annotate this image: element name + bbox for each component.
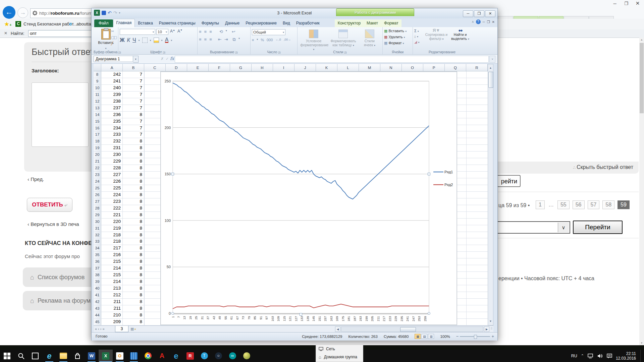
- ribbon-tab-формат[interactable]: Формат: [381, 19, 401, 27]
- show-desktop-button[interactable]: [640, 350, 642, 362]
- cell-a[interactable]: 225: [101, 185, 123, 191]
- zoom-in-icon[interactable]: +: [491, 334, 494, 339]
- row-header[interactable]: 45: [94, 319, 101, 325]
- ribbon-tab-главная[interactable]: Главная: [113, 19, 135, 27]
- taskbar-button-file-explorer[interactable]: [56, 350, 70, 362]
- row-header[interactable]: 20: [94, 152, 101, 158]
- hidden-icons-chevron[interactable]: ⌃: [581, 354, 584, 358]
- go-button[interactable]: Перейти: [573, 221, 623, 234]
- horizontal-scrollbar-thumb[interactable]: [400, 327, 416, 332]
- help-icon[interactable]: ?: [476, 19, 481, 24]
- cell-b[interactable]: 8: [123, 212, 144, 218]
- horizontal-scrollbar[interactable]: [341, 326, 483, 332]
- cell-a[interactable]: 216: [101, 252, 123, 258]
- borders-icon[interactable]: [142, 38, 148, 43]
- taskbar-button-internet-explorer[interactable]: e: [42, 350, 56, 362]
- browser-minimize-button[interactable]: ─: [609, 0, 621, 7]
- cell-a[interactable]: 234: [101, 125, 123, 131]
- fx-icon[interactable]: fx: [170, 56, 174, 61]
- cell-b[interactable]: 7: [123, 131, 144, 138]
- cell-a[interactable]: 215: [101, 272, 123, 278]
- go-button-partial[interactable]: рейти: [494, 175, 521, 187]
- row-header[interactable]: 35: [94, 252, 101, 258]
- cell-b[interactable]: 8: [123, 185, 144, 191]
- hscroll-left-icon[interactable]: ◀: [335, 326, 340, 332]
- column-header-D[interactable]: D: [166, 64, 187, 71]
- page-number[interactable]: 57: [588, 200, 600, 209]
- cell-b[interactable]: 8: [123, 172, 144, 178]
- tab-split-handle[interactable]: ⁞⁞: [491, 327, 492, 330]
- cell-b[interactable]: 8: [123, 312, 144, 318]
- page-number[interactable]: 55: [557, 200, 570, 209]
- formula-input[interactable]: [175, 56, 489, 63]
- cell-a[interactable]: 228: [101, 165, 123, 171]
- cell-b[interactable]: 8: [123, 225, 144, 232]
- subject-textarea[interactable]: [32, 82, 89, 147]
- page-layout-view-icon[interactable]: ▤: [421, 334, 427, 339]
- row-header[interactable]: 26: [94, 192, 101, 198]
- ribbon-tab-рецензирование[interactable]: Рецензирование: [243, 19, 280, 27]
- orientation-icon[interactable]: ⟲: [219, 29, 223, 34]
- increase-indent-icon[interactable]: ⇥: [224, 37, 228, 42]
- hscroll-right-icon[interactable]: ▶: [484, 326, 489, 332]
- row-header[interactable]: 31: [94, 225, 101, 232]
- cell-a[interactable]: 230: [101, 152, 123, 158]
- scroll-up-icon[interactable]: ▲: [488, 65, 493, 71]
- column-header-C[interactable]: C: [144, 64, 166, 71]
- shrink-font-icon[interactable]: А▼: [177, 29, 183, 35]
- zoom-slider[interactable]: − +: [456, 334, 494, 339]
- zoom-slider-thumb[interactable]: [474, 335, 477, 339]
- row-header[interactable]: 21: [94, 158, 101, 165]
- browser-scrollbar[interactable]: ▲ ▼: [639, 38, 644, 345]
- cell-a[interactable]: 240: [101, 85, 123, 91]
- taskbar-button-steam[interactable]: ○: [211, 350, 225, 362]
- taskbar-button-commander[interactable]: [127, 350, 141, 362]
- column-header-J[interactable]: J: [294, 64, 316, 71]
- ribbon-tab-макет[interactable]: Макет: [364, 19, 381, 27]
- back-button[interactable]: ←: [3, 6, 15, 19]
- cell-b[interactable]: 8: [123, 299, 144, 305]
- network-tray-icon[interactable]: [588, 354, 594, 358]
- ribbon-tab-вставка[interactable]: Вставка: [135, 19, 156, 27]
- zoom-out-icon[interactable]: −: [456, 334, 459, 339]
- percent-style-icon[interactable]: %: [261, 38, 264, 42]
- row-header[interactable]: 42: [94, 299, 101, 305]
- cell-a[interactable]: 235: [101, 118, 123, 125]
- cell-b[interactable]: 8: [123, 198, 144, 205]
- cell-b[interactable]: 8: [123, 145, 144, 151]
- row-header[interactable]: 19: [94, 145, 101, 151]
- add-favorite-star-icon[interactable]: ★+: [4, 20, 12, 28]
- cell-a[interactable]: 232: [101, 138, 123, 144]
- row-header[interactable]: 37: [94, 265, 101, 272]
- taskbar-button-chrome[interactable]: [141, 350, 155, 362]
- format-painter-icon[interactable]: ╱: [111, 41, 116, 46]
- cell-b[interactable]: 8: [123, 205, 144, 212]
- row-header[interactable]: 38: [94, 272, 101, 278]
- cell-b[interactable]: 8: [123, 265, 144, 272]
- decrease-decimal-icon[interactable]: ,00→: [284, 38, 291, 42]
- cell-b[interactable]: 7: [123, 125, 144, 131]
- align-left-icon[interactable]: ≡: [199, 37, 202, 42]
- cell-b[interactable]: 8: [123, 112, 144, 118]
- taskbar-button-adobe-reader[interactable]: A: [155, 350, 169, 362]
- column-header-R[interactable]: R: [466, 64, 488, 71]
- wrap-text-icon[interactable]: ↩: [232, 29, 235, 34]
- cell-a[interactable]: 215: [101, 258, 123, 265]
- row-header[interactable]: 33: [94, 238, 101, 245]
- notification-icon[interactable]: [607, 354, 612, 358]
- normal-view-icon[interactable]: ▦: [415, 334, 421, 339]
- align-bottom-icon[interactable]: ≡: [209, 29, 212, 34]
- row-header[interactable]: 41: [94, 292, 101, 298]
- scroll-down-icon[interactable]: ▼: [640, 342, 643, 345]
- scroll-down-icon[interactable]: ▼: [488, 318, 493, 324]
- row-header[interactable]: 18: [94, 138, 101, 144]
- fill-color-icon[interactable]: [154, 38, 159, 43]
- cell-a[interactable]: 233: [101, 131, 123, 138]
- language-indicator[interactable]: RU: [571, 354, 577, 358]
- row-header[interactable]: 27: [94, 198, 101, 205]
- row-header[interactable]: 16: [94, 125, 101, 131]
- column-header-F[interactable]: F: [209, 64, 230, 71]
- cell-b[interactable]: 8: [123, 192, 144, 198]
- cell-a[interactable]: 221: [101, 212, 123, 218]
- row-header[interactable]: 30: [94, 219, 101, 225]
